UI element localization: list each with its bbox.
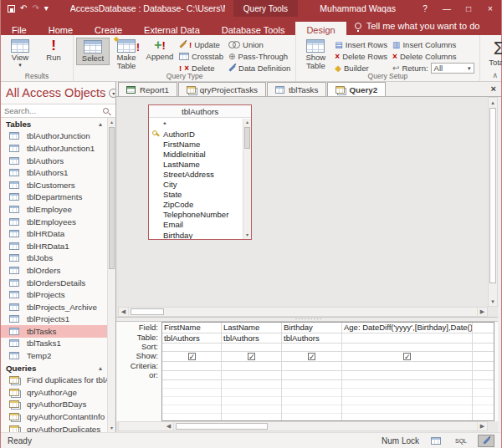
grid-show-cell[interactable] — [222, 352, 281, 362]
scroll-left-icon[interactable]: ◀ — [164, 422, 174, 430]
document-tab[interactable]: qryProjectTasks — [178, 82, 266, 96]
document-tab[interactable]: Query2 — [327, 82, 386, 96]
nav-item[interactable]: tblOrdersDetails — [1, 277, 115, 289]
totals-button[interactable]: Σ Totals — [483, 38, 502, 69]
nav-menu-icon[interactable]: ▾ — [109, 89, 116, 98]
scroll-thumb[interactable] — [109, 127, 115, 269]
document-tab[interactable]: tblTasks — [267, 82, 326, 96]
nav-item[interactable]: qryAuthorAge — [1, 386, 115, 399]
grid-table-cell[interactable]: tblAuthors — [162, 333, 221, 344]
grid-horizontal-scrollbar[interactable]: ◀ ▶ — [118, 421, 488, 431]
show-table-button[interactable]: Show Table — [299, 38, 332, 72]
nav-item[interactable]: tblHRData1 — [1, 240, 115, 252]
nav-item[interactable]: tblTasks1 — [1, 338, 115, 350]
minimize-icon[interactable]: — — [436, 4, 458, 13]
select-query-button[interactable]: Select — [76, 38, 110, 65]
close-document-icon[interactable]: × — [491, 84, 496, 94]
grid-show-cell[interactable] — [282, 352, 341, 362]
sql-view-button[interactable]: SQL — [453, 435, 469, 447]
grid-field-cell[interactable]: Age: DateDiff('yyyy',[Birthday],Date()) — [342, 323, 472, 333]
scroll-up-icon[interactable]: ▴ — [489, 98, 497, 107]
crosstab-button[interactable]: Crosstab — [177, 51, 226, 62]
run-button[interactable]: ! Run — [37, 38, 70, 64]
grid-table-cell[interactable] — [473, 333, 494, 344]
nav-item[interactable]: tblAuthorJunction1 — [1, 142, 115, 155]
grid-show-cell[interactable] — [473, 352, 494, 362]
nav-item[interactable]: qryAuthorBDays — [1, 399, 115, 411]
grid-field-cell[interactable] — [473, 323, 494, 333]
search-input[interactable] — [4, 106, 103, 115]
field-list-item[interactable]: ZipCode — [149, 200, 251, 210]
undo-icon[interactable]: ↶ — [20, 4, 27, 13]
grid-column[interactable]: Birthday tblAuthors — [282, 323, 342, 420]
field-list-item[interactable]: MiddleInitial — [149, 149, 251, 159]
nav-search-box[interactable] — [1, 104, 115, 118]
grid-criteria-cell[interactable] — [282, 362, 341, 371]
field-list-item[interactable]: AuthorID — [149, 129, 251, 139]
pass-through-button[interactable]: ⊕Pass-Through — [226, 51, 293, 62]
grid-field-cell[interactable]: FirstName — [162, 323, 221, 333]
grid-column[interactable]: LastName tblAuthors — [222, 323, 282, 420]
nav-item[interactable]: tblCustomers — [1, 179, 115, 191]
field-list-item[interactable]: TelephoneNumber — [149, 210, 251, 220]
grid-criteria-cell[interactable] — [222, 362, 281, 371]
update-button[interactable]: !Update — [177, 39, 226, 50]
nav-item[interactable]: tblDepartments — [1, 191, 115, 204]
show-checkbox[interactable] — [308, 353, 315, 360]
show-checkbox[interactable] — [188, 353, 196, 360]
grid-sort-cell[interactable] — [473, 344, 494, 352]
insert-rows-button[interactable]: ▤Insert Rows — [332, 39, 390, 50]
maximize-icon[interactable]: □ — [458, 4, 479, 13]
collapse-ribbon-icon[interactable]: ∧ — [492, 71, 498, 79]
nav-item[interactable]: tblTasks — [1, 325, 115, 338]
show-checkbox[interactable] — [403, 353, 411, 360]
grid-or-cell[interactable] — [342, 371, 472, 380]
scroll-up-icon[interactable]: ▴ — [108, 118, 115, 126]
field-list-item[interactable]: Birthday — [149, 230, 251, 239]
nav-item[interactable]: qryAuthorContantInfo — [1, 410, 115, 423]
scroll-down-icon[interactable]: ▾ — [489, 297, 497, 306]
scroll-thumb[interactable] — [131, 308, 164, 315]
scroll-thumb[interactable] — [244, 127, 250, 149]
grid-or-cell[interactable] — [222, 371, 281, 380]
grid-sort-cell[interactable] — [342, 344, 472, 352]
nav-item[interactable]: Temp2 — [1, 349, 115, 362]
grid-table-cell[interactable]: tblAuthors — [282, 333, 341, 344]
help-icon[interactable]: ? — [414, 4, 436, 13]
grid-or-cell[interactable] — [162, 371, 221, 380]
delete-columns-button[interactable]: ×Delete Columns — [390, 51, 477, 62]
grid-column[interactable]: Age: DateDiff('yyyy',[Birthday],Date()) — [342, 323, 473, 420]
scroll-thumb[interactable] — [489, 108, 496, 283]
scroll-up-icon[interactable]: ▴ — [243, 119, 251, 126]
grid-field-cell[interactable]: Birthday — [282, 323, 341, 333]
diagram-vertical-scrollbar[interactable]: ▴ ▾ — [488, 97, 498, 307]
show-checkbox[interactable] — [248, 353, 255, 360]
field-list-item[interactable]: State — [149, 190, 251, 200]
grid-show-cell[interactable] — [342, 352, 472, 362]
tell-me-box[interactable]: Tell me what you want to do — [346, 18, 489, 35]
scroll-thumb[interactable] — [176, 423, 268, 430]
nav-item[interactable]: tblHRData — [1, 227, 115, 240]
nav-item[interactable]: tblAuthors — [1, 155, 115, 167]
grid-column[interactable] — [473, 323, 494, 420]
field-list-title[interactable]: tblAuthors — [149, 105, 251, 118]
grid-criteria-cell[interactable] — [342, 362, 472, 371]
nav-scrollbar[interactable]: ▴ ▾ — [107, 118, 115, 432]
scroll-down-icon[interactable]: ▾ — [243, 232, 251, 239]
close-icon[interactable]: × — [479, 4, 501, 13]
nav-item[interactable]: tblProjects — [1, 288, 115, 301]
make-table-button[interactable]: ◆! Make Table — [110, 38, 143, 72]
grid-sort-cell[interactable] — [222, 344, 281, 352]
scroll-right-icon[interactable]: ▶ — [477, 308, 487, 316]
nav-item[interactable]: tblAuthorJunction — [1, 130, 115, 143]
grid-criteria-cell[interactable] — [162, 362, 221, 371]
design-view-button[interactable] — [478, 435, 494, 447]
nav-item[interactable]: tblEmployee — [1, 203, 115, 216]
account-name[interactable]: Muhammad Waqas — [320, 3, 396, 13]
view-button[interactable]: View ▾ — [3, 38, 37, 69]
grid-or-cell[interactable] — [473, 371, 494, 380]
nav-item[interactable]: tblProjects1 — [1, 313, 115, 326]
grid-or-cell[interactable] — [282, 371, 341, 380]
save-icon[interactable] — [8, 5, 15, 13]
nav-item[interactable]: tblOrders — [1, 264, 115, 277]
